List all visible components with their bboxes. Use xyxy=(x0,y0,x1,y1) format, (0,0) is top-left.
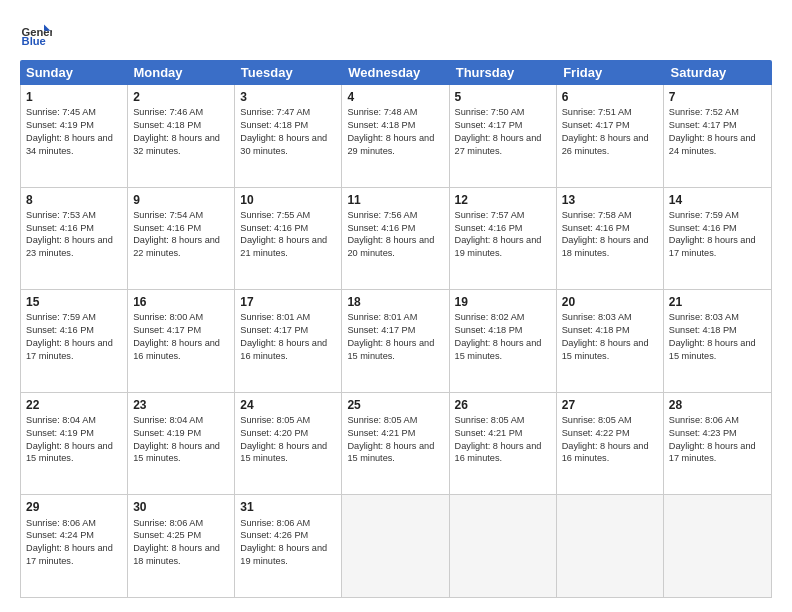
cell-details: Sunrise: 7:50 AMSunset: 4:17 PMDaylight:… xyxy=(455,107,542,155)
svg-text:Blue: Blue xyxy=(22,35,46,47)
day-cell-23: 23Sunrise: 8:04 AMSunset: 4:19 PMDayligh… xyxy=(128,393,235,495)
day-cell-8: 8Sunrise: 7:53 AMSunset: 4:16 PMDaylight… xyxy=(21,188,128,290)
logo: General Blue xyxy=(20,18,52,50)
day-number: 27 xyxy=(562,397,658,413)
day-header-tuesday: Tuesday xyxy=(235,60,342,85)
empty-cell xyxy=(557,495,664,597)
day-cell-16: 16Sunrise: 8:00 AMSunset: 4:17 PMDayligh… xyxy=(128,290,235,392)
cell-details: Sunrise: 8:06 AMSunset: 4:23 PMDaylight:… xyxy=(669,415,756,463)
calendar-week-3: 15Sunrise: 7:59 AMSunset: 4:16 PMDayligh… xyxy=(21,290,771,393)
cell-details: Sunrise: 7:53 AMSunset: 4:16 PMDaylight:… xyxy=(26,210,113,258)
calendar-week-4: 22Sunrise: 8:04 AMSunset: 4:19 PMDayligh… xyxy=(21,393,771,496)
day-number: 28 xyxy=(669,397,766,413)
day-cell-4: 4Sunrise: 7:48 AMSunset: 4:18 PMDaylight… xyxy=(342,85,449,187)
day-number: 26 xyxy=(455,397,551,413)
cell-details: Sunrise: 8:06 AMSunset: 4:26 PMDaylight:… xyxy=(240,518,327,566)
empty-cell xyxy=(342,495,449,597)
cell-details: Sunrise: 8:05 AMSunset: 4:20 PMDaylight:… xyxy=(240,415,327,463)
cell-details: Sunrise: 7:56 AMSunset: 4:16 PMDaylight:… xyxy=(347,210,434,258)
day-cell-11: 11Sunrise: 7:56 AMSunset: 4:16 PMDayligh… xyxy=(342,188,449,290)
page: General Blue SundayMondayTuesdayWednesda… xyxy=(0,0,792,612)
cell-details: Sunrise: 8:05 AMSunset: 4:21 PMDaylight:… xyxy=(455,415,542,463)
day-number: 14 xyxy=(669,192,766,208)
cell-details: Sunrise: 7:46 AMSunset: 4:18 PMDaylight:… xyxy=(133,107,220,155)
day-number: 23 xyxy=(133,397,229,413)
day-cell-6: 6Sunrise: 7:51 AMSunset: 4:17 PMDaylight… xyxy=(557,85,664,187)
day-number: 16 xyxy=(133,294,229,310)
day-cell-31: 31Sunrise: 8:06 AMSunset: 4:26 PMDayligh… xyxy=(235,495,342,597)
day-cell-14: 14Sunrise: 7:59 AMSunset: 4:16 PMDayligh… xyxy=(664,188,771,290)
day-cell-9: 9Sunrise: 7:54 AMSunset: 4:16 PMDaylight… xyxy=(128,188,235,290)
day-cell-27: 27Sunrise: 8:05 AMSunset: 4:22 PMDayligh… xyxy=(557,393,664,495)
cell-details: Sunrise: 7:54 AMSunset: 4:16 PMDaylight:… xyxy=(133,210,220,258)
cell-details: Sunrise: 8:00 AMSunset: 4:17 PMDaylight:… xyxy=(133,312,220,360)
day-number: 2 xyxy=(133,89,229,105)
cell-details: Sunrise: 7:48 AMSunset: 4:18 PMDaylight:… xyxy=(347,107,434,155)
calendar-week-1: 1Sunrise: 7:45 AMSunset: 4:19 PMDaylight… xyxy=(21,85,771,188)
cell-details: Sunrise: 7:57 AMSunset: 4:16 PMDaylight:… xyxy=(455,210,542,258)
day-number: 6 xyxy=(562,89,658,105)
cell-details: Sunrise: 8:04 AMSunset: 4:19 PMDaylight:… xyxy=(133,415,220,463)
header: General Blue xyxy=(20,18,772,50)
day-header-friday: Friday xyxy=(557,60,664,85)
day-number: 25 xyxy=(347,397,443,413)
calendar: SundayMondayTuesdayWednesdayThursdayFrid… xyxy=(20,60,772,598)
day-cell-20: 20Sunrise: 8:03 AMSunset: 4:18 PMDayligh… xyxy=(557,290,664,392)
day-number: 18 xyxy=(347,294,443,310)
cell-details: Sunrise: 8:02 AMSunset: 4:18 PMDaylight:… xyxy=(455,312,542,360)
day-number: 20 xyxy=(562,294,658,310)
calendar-body: 1Sunrise: 7:45 AMSunset: 4:19 PMDaylight… xyxy=(20,85,772,598)
day-number: 11 xyxy=(347,192,443,208)
cell-details: Sunrise: 8:04 AMSunset: 4:19 PMDaylight:… xyxy=(26,415,113,463)
day-header-saturday: Saturday xyxy=(665,60,772,85)
cell-details: Sunrise: 7:58 AMSunset: 4:16 PMDaylight:… xyxy=(562,210,649,258)
day-number: 29 xyxy=(26,499,122,515)
day-number: 3 xyxy=(240,89,336,105)
day-number: 12 xyxy=(455,192,551,208)
cell-details: Sunrise: 7:47 AMSunset: 4:18 PMDaylight:… xyxy=(240,107,327,155)
logo-icon: General Blue xyxy=(20,18,52,50)
day-cell-18: 18Sunrise: 8:01 AMSunset: 4:17 PMDayligh… xyxy=(342,290,449,392)
cell-details: Sunrise: 7:59 AMSunset: 4:16 PMDaylight:… xyxy=(669,210,756,258)
day-cell-1: 1Sunrise: 7:45 AMSunset: 4:19 PMDaylight… xyxy=(21,85,128,187)
day-cell-28: 28Sunrise: 8:06 AMSunset: 4:23 PMDayligh… xyxy=(664,393,771,495)
day-number: 1 xyxy=(26,89,122,105)
cell-details: Sunrise: 7:55 AMSunset: 4:16 PMDaylight:… xyxy=(240,210,327,258)
day-number: 21 xyxy=(669,294,766,310)
day-cell-17: 17Sunrise: 8:01 AMSunset: 4:17 PMDayligh… xyxy=(235,290,342,392)
day-header-monday: Monday xyxy=(127,60,234,85)
cell-details: Sunrise: 8:06 AMSunset: 4:25 PMDaylight:… xyxy=(133,518,220,566)
day-number: 8 xyxy=(26,192,122,208)
day-cell-2: 2Sunrise: 7:46 AMSunset: 4:18 PMDaylight… xyxy=(128,85,235,187)
cell-details: Sunrise: 8:03 AMSunset: 4:18 PMDaylight:… xyxy=(669,312,756,360)
day-number: 17 xyxy=(240,294,336,310)
day-number: 30 xyxy=(133,499,229,515)
calendar-header: SundayMondayTuesdayWednesdayThursdayFrid… xyxy=(20,60,772,85)
cell-details: Sunrise: 8:06 AMSunset: 4:24 PMDaylight:… xyxy=(26,518,113,566)
day-cell-5: 5Sunrise: 7:50 AMSunset: 4:17 PMDaylight… xyxy=(450,85,557,187)
day-cell-7: 7Sunrise: 7:52 AMSunset: 4:17 PMDaylight… xyxy=(664,85,771,187)
cell-details: Sunrise: 7:59 AMSunset: 4:16 PMDaylight:… xyxy=(26,312,113,360)
day-cell-29: 29Sunrise: 8:06 AMSunset: 4:24 PMDayligh… xyxy=(21,495,128,597)
cell-details: Sunrise: 7:51 AMSunset: 4:17 PMDaylight:… xyxy=(562,107,649,155)
day-cell-15: 15Sunrise: 7:59 AMSunset: 4:16 PMDayligh… xyxy=(21,290,128,392)
cell-details: Sunrise: 8:01 AMSunset: 4:17 PMDaylight:… xyxy=(347,312,434,360)
calendar-week-5: 29Sunrise: 8:06 AMSunset: 4:24 PMDayligh… xyxy=(21,495,771,597)
day-cell-30: 30Sunrise: 8:06 AMSunset: 4:25 PMDayligh… xyxy=(128,495,235,597)
day-number: 22 xyxy=(26,397,122,413)
day-header-wednesday: Wednesday xyxy=(342,60,449,85)
day-number: 4 xyxy=(347,89,443,105)
cell-details: Sunrise: 7:52 AMSunset: 4:17 PMDaylight:… xyxy=(669,107,756,155)
day-header-sunday: Sunday xyxy=(20,60,127,85)
day-number: 13 xyxy=(562,192,658,208)
cell-details: Sunrise: 8:03 AMSunset: 4:18 PMDaylight:… xyxy=(562,312,649,360)
day-cell-25: 25Sunrise: 8:05 AMSunset: 4:21 PMDayligh… xyxy=(342,393,449,495)
day-cell-21: 21Sunrise: 8:03 AMSunset: 4:18 PMDayligh… xyxy=(664,290,771,392)
day-number: 15 xyxy=(26,294,122,310)
day-cell-10: 10Sunrise: 7:55 AMSunset: 4:16 PMDayligh… xyxy=(235,188,342,290)
day-cell-26: 26Sunrise: 8:05 AMSunset: 4:21 PMDayligh… xyxy=(450,393,557,495)
day-number: 9 xyxy=(133,192,229,208)
empty-cell xyxy=(664,495,771,597)
empty-cell xyxy=(450,495,557,597)
day-number: 24 xyxy=(240,397,336,413)
